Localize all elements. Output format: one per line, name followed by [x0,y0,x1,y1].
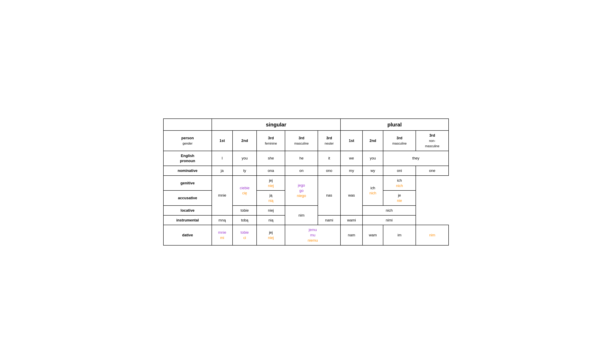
gen-pl2-cell: was [340,176,362,215]
nom-sg3f: ona [257,166,285,176]
english-pronoun-row: English pronoun I you she he it we you t… [163,151,449,166]
inst-pl1: nami [318,215,340,225]
eng-pl1: we [340,151,362,166]
eng-pl3: they [383,151,449,166]
eng-sg3f: she [257,151,285,166]
nom-sg2: ty [233,166,257,176]
gen-acc-sg3mn: jego go niego [285,176,318,206]
sg3n-header: 3rd neuter [318,130,340,151]
inst-sg3f: nią [257,215,285,225]
loc-inst-sg3mn: nim [285,206,318,225]
main-header-row: singular plural [163,119,449,130]
dat-pl3nm: nim [416,225,449,245]
sg2-header: 2nd [233,130,257,151]
nominative-row: nominative ja ty ona on ono my wy oni on… [163,166,449,176]
inst-sg1: mną [212,215,233,225]
instrumental-label: instrumental [163,215,212,225]
accusative-label: accusative [163,191,212,206]
eng-sg3n: it [318,151,340,166]
nom-pl1: my [340,166,362,176]
genitive-row: genitive mnie ciebie cię jej niej jego g… [163,176,449,191]
dat-sg1: mnie mi [212,225,233,245]
pl3nm-label: 3rd [417,133,447,138]
plural-header: plural [340,119,449,130]
pl3nm-header: 3rd non-masculine [416,130,449,151]
dat-pl1: nam [340,225,362,245]
loc-sg2: tobie [233,206,257,215]
acc-sg3f: ją nią [257,191,285,206]
gen-pl3nm: ich nich [383,176,416,191]
acc-pl3nm: je nie [383,191,416,206]
loc-sg3f: niej [257,206,285,215]
eng-sg1: I [212,151,233,166]
pl1-header: 1st [340,130,362,151]
eng-sg3m: he [285,151,318,166]
person-label: person [165,135,210,141]
gen-sg3f: jej niej [257,176,285,191]
gender-label: gender [183,142,193,145]
sg3m-label: 3rd [286,135,316,141]
sg3m-sub: masculine [294,142,309,145]
gen-sg1: mnie [212,176,233,215]
nominative-label: nominative [163,166,212,176]
gen-pl1-cell: nas [318,176,340,215]
empty-header [163,119,212,130]
inst-pl2: wami [340,215,362,225]
inst-pl3: nimi [362,215,416,225]
locative-row: locative tobie niej nim nich [163,206,449,215]
nom-pl3nm: one [416,166,449,176]
genitive-label: genitive [163,176,212,191]
pl3m-sub: masculine [392,142,407,145]
english-pronoun-label: English pronoun [163,151,212,166]
pl2-header: 2nd [362,130,383,151]
eng-pl2: you [362,151,383,166]
nom-pl3m: oni [383,166,416,176]
locative-label: locative [163,206,212,215]
inst-sg2: tobą [233,215,257,225]
pronoun-table-wrapper: singular plural person gender 1st 2nd 3r… [163,118,449,246]
gen-acc-sg2: ciebie cię [233,176,257,206]
person-gender-cell: person gender [163,130,212,151]
dat-sg3f: jej niej [257,225,285,245]
sg3n-sub: neuter [325,142,333,145]
sg3m-header: 3rd masculine [285,130,318,151]
nom-sg3m: on [285,166,318,176]
loc-pl3: nich [362,206,416,215]
nom-pl2: wy [362,166,383,176]
singular-header: singular [212,119,340,130]
sg3n-label: 3rd [319,135,339,141]
gen-acc-pl3m: ich nich [362,176,383,206]
dat-sg3mn: jemu mu niemu [285,225,340,245]
sg3f-sub: feminine [265,142,277,145]
pl3m-header: 3rd masculine [383,130,416,151]
dat-sg2: tobie ci [233,225,257,245]
eng-sg2: you [233,151,257,166]
dative-row: dative mnie mi tobie ci jej niej jemu mu… [163,225,449,245]
subheader-row: person gender 1st 2nd 3rd feminine 3rd m… [163,130,449,151]
dative-label: dative [163,225,212,245]
sg1-header: 1st [212,130,233,151]
pl3nm-sub1: non-masculine [425,139,439,148]
nom-sg1: ja [212,166,233,176]
sg3f-label: 3rd [258,135,284,141]
pl3m-label: 3rd [385,135,414,141]
dat-pl3m: im [383,225,416,245]
pronoun-table: singular plural person gender 1st 2nd 3r… [163,118,449,246]
dat-pl2: wam [362,225,383,245]
nom-sg3n: ono [318,166,340,176]
sg3f-header: 3rd feminine [257,130,285,151]
